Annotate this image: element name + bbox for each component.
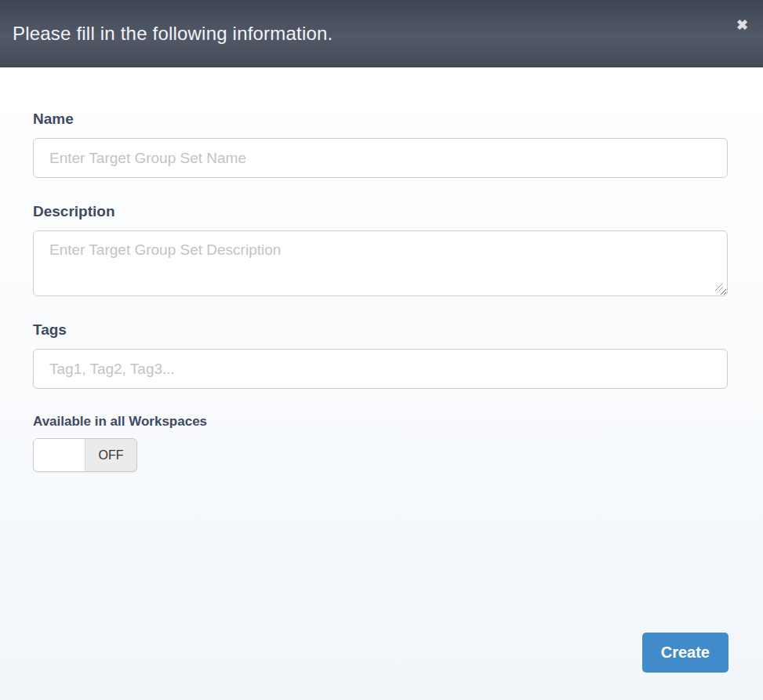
description-label: Description <box>33 203 728 220</box>
workspaces-toggle[interactable]: OFF <box>33 438 137 472</box>
tags-input[interactable] <box>33 349 728 389</box>
modal-header: Please fill in the following information… <box>0 0 763 67</box>
name-label: Name <box>33 111 728 128</box>
toggle-handle[interactable] <box>34 439 85 471</box>
toggle-state-label: OFF <box>85 439 136 471</box>
create-button[interactable]: Create <box>642 633 728 673</box>
modal-footer: Create <box>642 633 728 673</box>
description-textarea-wrap <box>33 230 728 296</box>
tags-field-group: Tags <box>33 321 728 389</box>
tags-label: Tags <box>33 321 728 339</box>
modal-title: Please fill in the following information… <box>13 23 332 45</box>
description-field-group: Description <box>33 203 728 296</box>
workspaces-label: Available in all Workspaces <box>33 414 728 430</box>
target-group-set-modal: Please fill in the following information… <box>0 0 763 700</box>
name-field-group: Name <box>33 111 728 178</box>
close-icon[interactable]: ✖ <box>736 18 748 32</box>
modal-body: Name Description Tags Available in all W… <box>0 67 763 700</box>
workspaces-field-group: Available in all Workspaces OFF <box>33 414 728 472</box>
name-input[interactable] <box>33 138 728 178</box>
description-input[interactable] <box>33 230 728 296</box>
